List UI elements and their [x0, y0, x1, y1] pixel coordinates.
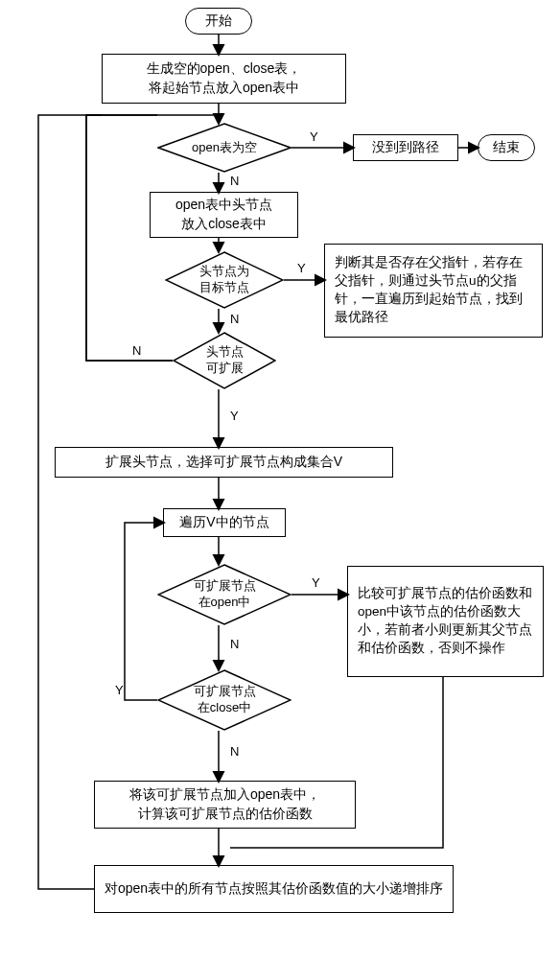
label-n-2: N: [230, 312, 239, 326]
svg-marker-4: [158, 670, 291, 730]
box-head-to-close-text: open表中头节点 放入close表中: [175, 196, 272, 233]
box-compare: 比较可扩展节点的估价函数和open中该节点的估价函数大小，若前者小则更新其父节点…: [347, 566, 544, 677]
label-n-1: N: [230, 174, 239, 188]
svg-marker-0: [158, 124, 291, 172]
diamond-head-expand: 头节点 可扩展: [173, 332, 276, 389]
start-terminator: 开始: [185, 8, 252, 35]
box-traverse-v: 遍历V中的节点: [163, 508, 286, 537]
label-n-3: N: [132, 343, 141, 358]
box-expand-head: 扩展头节点，选择可扩展节点构成集合V: [55, 447, 393, 478]
box-traverse-v-text: 遍历V中的节点: [179, 513, 268, 532]
box-compare-text: 比较可扩展节点的估价函数和open中该节点的估价函数大小，若前者小则更新其父节点…: [358, 585, 533, 658]
box-expand-head-text: 扩展头节点，选择可扩展节点构成集合V: [105, 453, 342, 472]
box-init-text: 生成空的open、close表， 将起始节点放入open表中: [147, 59, 302, 97]
box-parent-ptr-text: 判断其是否存在父指针，若存在父指针，则通过头节点u的父指针，一直遍历到起始节点，…: [335, 254, 532, 327]
label-y-1: Y: [310, 129, 318, 144]
diamond-head-target: 头节点为 目标节点: [165, 251, 284, 309]
label-n-4: N: [230, 637, 239, 651]
svg-marker-1: [166, 252, 283, 308]
box-no-path-text: 没到到路径: [372, 138, 439, 157]
box-sort: 对open表中的所有节点按照其估价函数值的大小递增排序: [94, 865, 454, 913]
box-add-open: 将该可扩展节点加入open表中， 计算该可扩展节点的估价函数: [94, 781, 356, 829]
box-add-open-text: 将该可扩展节点加入open表中， 计算该可扩展节点的估价函数: [129, 785, 320, 823]
label-y-2: Y: [297, 261, 306, 275]
diamond-ext-in-open: 可扩展节点 在open中: [157, 564, 292, 625]
svg-marker-3: [158, 565, 291, 624]
label-y-5: Y: [115, 683, 124, 697]
start-label: 开始: [205, 12, 232, 31]
end-label-1: 结束: [493, 138, 520, 157]
box-head-to-close: open表中头节点 放入close表中: [150, 192, 298, 238]
box-parent-ptr: 判断其是否存在父指针，若存在父指针，则通过头节点u的父指针，一直遍历到起始节点，…: [324, 244, 543, 338]
diamond-open-empty: open表为空: [157, 123, 292, 173]
label-y-4: Y: [312, 575, 320, 590]
label-n-5: N: [230, 744, 239, 759]
diamond-ext-in-close: 可扩展节点 在close中: [157, 669, 292, 731]
box-sort-text: 对open表中的所有节点按照其估价函数值的大小递增排序: [105, 879, 443, 899]
end-terminator-1: 结束: [478, 134, 535, 161]
label-y-3: Y: [230, 409, 239, 423]
box-init: 生成空的open、close表， 将起始节点放入open表中: [102, 54, 346, 104]
svg-marker-2: [174, 333, 275, 388]
box-no-path: 没到到路径: [353, 134, 458, 161]
